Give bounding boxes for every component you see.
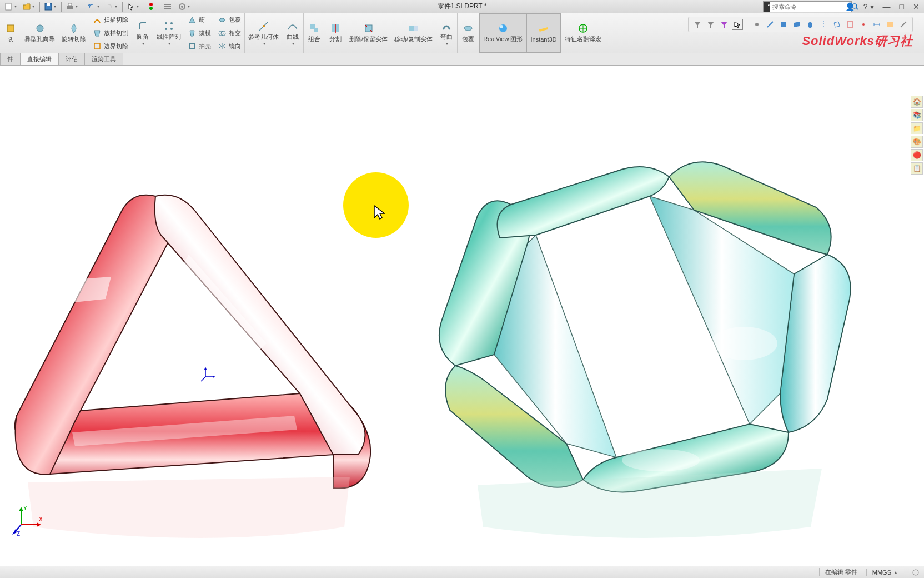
split-button[interactable]: 分割: [325, 13, 346, 53]
svg-point-40: [755, 23, 759, 26]
svg-rect-9: [164, 8, 171, 9]
cursor-select-icon[interactable]: [732, 19, 743, 30]
translate-macro-button[interactable]: 特征名翻译宏: [561, 13, 605, 53]
custom-props-tab-icon[interactable]: 📋: [911, 162, 923, 175]
appearances-tab-icon[interactable]: 🔴: [911, 149, 923, 161]
delete-keep-button[interactable]: 删除/保留实体: [346, 13, 391, 53]
intersect-label: 相交: [229, 29, 241, 37]
mirror-label: 镜向: [229, 42, 241, 51]
options-button[interactable]: [161, 1, 174, 12]
status-extra-icon[interactable]: [906, 569, 920, 576]
plane-filter-icon[interactable]: [831, 19, 842, 30]
filter-icon-2[interactable]: [705, 19, 716, 30]
search-input[interactable]: [770, 3, 851, 10]
select-button[interactable]: ▾: [124, 1, 141, 12]
sketch-filter-icon[interactable]: [845, 19, 856, 30]
close-button[interactable]: ✕: [911, 2, 922, 11]
tab-direct-edit[interactable]: 直接编辑: [20, 53, 59, 65]
fillet-button[interactable]: 圆角▾: [132, 13, 153, 53]
vertex-filter-icon[interactable]: [751, 19, 762, 30]
tab-evaluate[interactable]: 评估: [58, 53, 85, 65]
curves-button[interactable]: 曲线▾: [282, 13, 303, 53]
svg-point-5: [149, 3, 153, 6]
draft-button[interactable]: 拔模: [184, 27, 214, 40]
more-filter-icon[interactable]: [898, 19, 909, 30]
realview-button[interactable]: RealView 图形: [479, 13, 526, 53]
move-copy-label: 移动/复制实体: [394, 35, 433, 43]
bend-button[interactable]: 弯曲▾: [436, 13, 457, 53]
revolve-cut-button[interactable]: 旋转切除: [58, 13, 89, 53]
view-palette-tab-icon[interactable]: 🎨: [911, 136, 923, 148]
filter-icon-3[interactable]: [719, 19, 730, 30]
print-button[interactable]: ▾: [63, 1, 80, 12]
traffic-light-icon[interactable]: [146, 1, 156, 12]
note-filter-icon[interactable]: [885, 19, 896, 30]
wrap-button[interactable]: 包覆: [214, 13, 244, 27]
settings-button[interactable]: ▾: [175, 1, 192, 12]
svg-point-35: [464, 26, 472, 31]
user-icon[interactable]: 👤: [843, 2, 857, 11]
tab-render-tools[interactable]: 渲染工具: [84, 53, 123, 65]
new-button[interactable]: ▾: [2, 1, 19, 12]
3d-viewport[interactable]: Y X Z: [0, 66, 924, 565]
combine-button[interactable]: 组合: [304, 13, 325, 53]
axis-filter-icon[interactable]: [818, 19, 829, 30]
svg-point-26: [263, 25, 265, 27]
save-button[interactable]: ▾: [42, 1, 58, 12]
linear-pattern-button[interactable]: 线性阵列▾: [153, 13, 184, 53]
search-box[interactable]: [763, 1, 852, 12]
home-tab-icon[interactable]: 🏠: [911, 96, 923, 108]
combine-label: 组合: [308, 35, 320, 43]
model-teal-hexagon: [411, 149, 911, 566]
sweep-cut-button[interactable]: 扫描切除: [89, 13, 132, 27]
command-tabs: 件 直接编辑 评估 渲染工具: [0, 53, 924, 66]
design-lib-tab-icon[interactable]: 📚: [911, 109, 923, 121]
shell-button[interactable]: 抽壳: [184, 39, 214, 53]
intersect-button[interactable]: 相交: [214, 27, 244, 40]
undo-button[interactable]: ▾: [85, 1, 102, 12]
maximize-button[interactable]: □: [897, 2, 906, 11]
fillet-label: 圆角: [137, 33, 149, 41]
solid-filter-icon[interactable]: [805, 19, 816, 30]
redo-button[interactable]: ▾: [103, 1, 119, 12]
dim-filter-icon[interactable]: [871, 19, 882, 30]
svg-rect-44: [847, 22, 853, 27]
svg-point-45: [862, 23, 865, 26]
tab-features[interactable]: 件: [0, 53, 21, 65]
document-title: 零件1.SLDPRT *: [438, 2, 487, 11]
mirror-button[interactable]: 镜向: [214, 39, 244, 53]
wrap2-label: 包覆: [462, 35, 474, 43]
minimize-button[interactable]: —: [881, 2, 893, 11]
move-copy-button[interactable]: 移动/复制实体: [391, 13, 436, 53]
loft-cut-button[interactable]: 放样切割: [89, 27, 132, 40]
svg-rect-42: [781, 22, 786, 27]
svg-rect-8: [164, 6, 171, 7]
wrap2-button[interactable]: 包覆: [458, 13, 479, 53]
file-explorer-tab-icon[interactable]: 📁: [911, 122, 923, 134]
status-units[interactable]: MMGS▴: [866, 569, 897, 576]
svg-point-20: [170, 28, 173, 30]
open-button[interactable]: ▾: [20, 1, 37, 12]
point-filter-icon[interactable]: [858, 19, 869, 30]
hole-wizard-button[interactable]: 异型孔向导: [21, 13, 58, 53]
svg-point-15: [37, 25, 43, 32]
face-filter-icon[interactable]: [778, 19, 789, 30]
ref-geometry-button[interactable]: 参考几何体▾: [245, 13, 282, 53]
ribbon-toolbar: 切 异型孔向导 旋转切除 扫描切除 放样切割 边界切除 圆角▾ 线性阵列▾ 筋 …: [0, 13, 924, 53]
view-triad-icon[interactable]: Y X Z: [11, 504, 44, 537]
svg-point-64: [622, 449, 700, 471]
instant3d-button[interactable]: Instant3D: [526, 13, 560, 53]
filter-icon[interactable]: [692, 19, 703, 30]
svg-marker-71: [19, 507, 23, 511]
boundary-cut-button[interactable]: 边界切除: [89, 39, 132, 53]
rib-button[interactable]: 筋: [184, 13, 214, 27]
svg-rect-38: [539, 27, 548, 31]
cut-button[interactable]: 切: [0, 13, 21, 53]
edge-filter-icon[interactable]: [765, 19, 776, 30]
svg-text:Z: Z: [17, 531, 20, 537]
draft-label: 拔模: [199, 29, 211, 37]
svg-rect-21: [189, 43, 195, 49]
svg-point-37: [500, 25, 503, 28]
help-button[interactable]: ? ▾: [861, 2, 876, 11]
surface-filter-icon[interactable]: [791, 19, 802, 30]
